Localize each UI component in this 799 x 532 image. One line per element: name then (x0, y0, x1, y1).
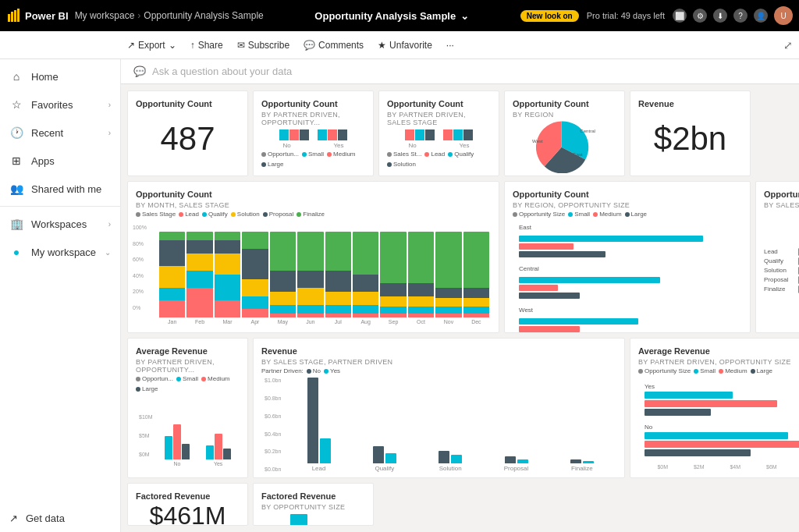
card-revenue-sales[interactable]: Revenue BY SALES STAGE, PARTNER DRIVEN P… (253, 338, 625, 478)
seg (325, 292, 351, 305)
card-opp-sales-stage[interactable]: Opportunity Count BY SALES STAGE 100% Le… (755, 181, 799, 333)
workspaces-arrow-icon: › (108, 220, 111, 229)
export-button[interactable]: ↗ Export ⌄ (121, 37, 183, 54)
rev-solution-no (439, 451, 449, 463)
pie-label-central: Central (580, 128, 595, 133)
factored-large-bar (290, 514, 307, 526)
avg-no-row: No (645, 424, 799, 456)
bar-jul (325, 232, 351, 317)
more-options-button[interactable]: ··· (440, 37, 460, 54)
seg (380, 296, 406, 307)
sidebar-item-workspaces[interactable]: 🏢 Workspaces › (0, 210, 120, 238)
comments-icon: 💬 (304, 40, 315, 51)
avatar[interactable]: U (774, 6, 793, 25)
sidebar-workspaces-label: Workspaces (31, 218, 87, 230)
bar-no-solution (425, 129, 435, 140)
bar-yes-medium (328, 129, 337, 140)
powerbi-logo-icon (6, 8, 22, 23)
sidebar-item-getdata[interactable]: ↗ Get data (0, 505, 120, 532)
central-bars (519, 277, 736, 299)
bar-no-small (279, 129, 289, 140)
hbar-west-label: West (519, 307, 533, 314)
download-icon[interactable]: ⬇ (713, 9, 727, 23)
sidebar-item-shared[interactable]: 👥 Shared with me (0, 175, 120, 203)
card-opp-partner-chart (261, 129, 365, 140)
card-opp-region-size[interactable]: Opportunity Count BY REGION, OPPORTUNITY… (504, 181, 751, 333)
rev-finalize-group: Finalize (554, 459, 610, 472)
export-chevron-icon: ⌄ (169, 40, 176, 51)
funnel-qualify-label: Qualify (764, 257, 795, 264)
powerbi-logo[interactable]: Power BI (6, 8, 69, 23)
funnel-chart: Lead Qualify 96 Solution (764, 216, 799, 325)
west-bars (519, 318, 736, 333)
rev-lead-yes (320, 438, 331, 463)
rv-06bn: $0.6bn (265, 413, 281, 419)
settings-icon[interactable]: ⚙ (693, 9, 707, 23)
seg (435, 298, 461, 307)
y-label-60: 60% (133, 257, 147, 262)
funnel-finalize: Finalize 5.2% (764, 286, 799, 293)
seg (435, 232, 461, 288)
card-factored-revenue[interactable]: Factored Revenue $461M (127, 483, 248, 526)
report-name: Opportunity Analysis Sample (144, 10, 263, 21)
seg (325, 271, 351, 293)
x-apr: Apr (242, 319, 268, 325)
sidebar-item-recent[interactable]: 🕐 Recent › (0, 119, 120, 147)
card-opp-region-pie[interactable]: Opportunity Count BY REGION Cen (504, 90, 625, 176)
comments-button[interactable]: 💬 Comments (297, 37, 370, 54)
legend-large4: Large (751, 367, 772, 374)
seg (408, 283, 434, 296)
unfavorite-button[interactable]: ★ Unfavorite (371, 37, 439, 54)
sales-legend: Sales St... Lead Qualify Solution (387, 151, 491, 168)
central-large-bar (519, 293, 580, 299)
bar-yes-small (318, 129, 327, 140)
y-label-20: 20% (133, 289, 147, 294)
rev-qualify-label: Qualify (375, 465, 394, 472)
bar-yes-lead (443, 129, 453, 140)
card-opp-month[interactable]: Opportunity Count BY MONTH, SALES STAGE … (127, 181, 499, 333)
shared-icon: 👥 (9, 183, 23, 195)
rev-solution-label: Solution (439, 465, 462, 472)
factored-large-group: Large (290, 514, 307, 526)
card-opp-sales-stage-partner[interactable]: Opportunity Count BY PARTNER DRIVEN, SAL… (378, 90, 499, 176)
favorites-icon: ☆ (9, 98, 23, 111)
funnel-finalize-label: Finalize (764, 286, 795, 293)
qa-bar[interactable]: 💬 Ask a question about your data (121, 59, 799, 84)
legend-qualify: Qualify (448, 151, 474, 158)
card-avg-rev-title: Average Revenue (136, 346, 240, 356)
sidebar-item-favorites[interactable]: ☆ Favorites › (0, 90, 120, 119)
card-opp-partner[interactable]: Opportunity Count BY PARTNER DRIVEN, OPP… (253, 90, 374, 176)
card-opp-partner-subtitle: BY PARTNER DRIVEN, OPPORTUNITY... (261, 111, 365, 126)
help-icon[interactable]: ? (733, 9, 748, 23)
sidebar-item-apps[interactable]: ⊞ Apps (0, 147, 120, 175)
card-avg-revenue-partner[interactable]: Average Revenue BY PARTNER DRIVEN, OPPOR… (127, 338, 248, 478)
card-factored-value: $461M (136, 502, 240, 526)
rev-solution-yes (451, 455, 462, 463)
seg (242, 279, 268, 296)
card-revenue-2bn[interactable]: Revenue $2bn (630, 90, 751, 176)
seg-proposal (159, 240, 185, 266)
card-opp-count-487[interactable]: Opportunity Count 487 (127, 90, 248, 176)
card-factored-by-size[interactable]: Factored Revenue BY OPPORTUNITY SIZE $0.… (253, 483, 374, 526)
card-avg-rev-size[interactable]: Average Revenue BY PARTNER DRIVEN, OPPOR… (630, 338, 799, 478)
avg-rev-size-legend: Opportunity Size Small Medium Large (638, 367, 799, 374)
dropdown-chevron-icon[interactable]: ⌄ (460, 10, 469, 22)
expand-icon[interactable]: ⤢ (783, 39, 793, 51)
sidebar-item-home[interactable]: ⌂ Home (0, 62, 120, 90)
bar-group-no (279, 129, 309, 140)
subscribe-button[interactable]: ✉ Subscribe (231, 37, 296, 54)
seg (297, 314, 323, 318)
sidebar-item-myworkspace[interactable]: ● My workspace ⌄ (0, 238, 120, 266)
subscribe-icon: ✉ (237, 40, 245, 51)
avg-yes-large (645, 409, 711, 416)
legend-large2: Large (625, 211, 647, 218)
workspace-link[interactable]: My workspace (75, 10, 135, 21)
main-layout: ⌂ Home ☆ Favorites › 🕐 Recent › ⊞ Apps 👥… (0, 59, 799, 532)
x-label-no2: No (408, 142, 416, 149)
user-icon[interactable]: 👤 (754, 9, 768, 23)
monitor-icon[interactable]: ⬜ (673, 9, 687, 23)
share-button[interactable]: ↑ Share (184, 37, 229, 54)
avg-rev-chart: $10M $5M $0M No (136, 392, 240, 470)
seg (242, 249, 268, 279)
rev-qualify-bars (373, 446, 396, 463)
